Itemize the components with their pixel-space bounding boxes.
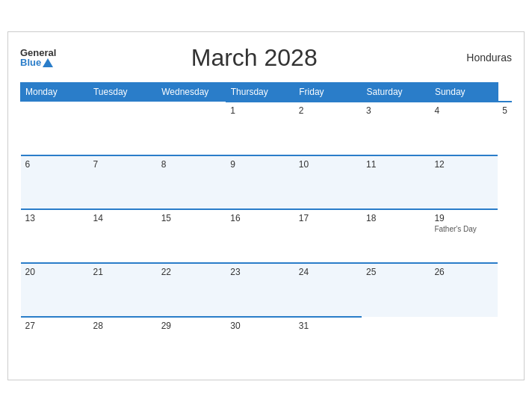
day-number: 27 [25,321,84,331]
table-row: 13 [21,209,89,263]
logo-triangle-icon [43,58,53,67]
day-number: 2 [299,105,357,116]
day-number: 24 [299,267,357,277]
table-row: 16 [226,209,294,263]
table-row: 21 [88,263,156,317]
table-row: 9 [226,155,294,209]
day-number: 26 [434,267,493,277]
table-row: 24 [294,263,362,317]
table-row: 12 [430,155,498,209]
day-number: 29 [161,321,222,331]
table-row: 29 [157,317,226,371]
table-row [430,317,498,371]
col-saturday: Saturday [362,82,430,102]
table-row: 22 [157,263,226,317]
day-number: 18 [366,213,425,223]
week-row-4: 20212223242526 [21,263,513,317]
day-number: 8 [161,159,222,170]
calendar-title: March 2028 [56,44,452,72]
day-number: 25 [366,267,425,277]
table-row: 26 [430,263,498,317]
week-row-3: 13141516171819Father's Day [21,209,513,263]
day-number: 20 [25,267,84,277]
weekday-header-row: Monday Tuesday Wednesday Thursday Friday… [21,82,513,102]
table-row: 20 [21,263,89,317]
col-sunday: Sunday [430,82,498,102]
week-row-1: 12345 [21,102,513,155]
logo-blue-text: Blue [20,58,41,67]
table-row: 8 [157,155,226,209]
table-row [21,102,89,155]
calendar-header: General Blue March 2028 Honduras [20,44,512,72]
week-row-2: 6789101112 [21,155,513,209]
col-thursday: Thursday [226,82,294,102]
table-row: 23 [226,263,294,317]
day-number: 15 [161,213,222,223]
day-number: 19 [434,213,493,223]
table-row: 7 [88,155,156,209]
day-number: 30 [230,321,290,331]
col-monday: Monday [21,82,89,102]
table-row: 5 [498,102,512,155]
day-number: 11 [366,159,425,170]
table-row: 4 [430,102,498,155]
table-row: 10 [294,155,362,209]
table-row: 27 [21,317,89,371]
table-row: 30 [226,317,294,371]
day-number: 23 [230,267,290,277]
table-row: 11 [362,155,430,209]
table-row: 19Father's Day [430,209,498,263]
table-row: 31 [294,317,362,371]
day-number: 1 [230,105,290,116]
country-label: Honduras [452,52,512,64]
table-row: 1 [226,102,294,155]
day-number: 22 [161,267,222,277]
day-number: 12 [434,159,493,170]
col-wednesday: Wednesday [157,82,226,102]
calendar-table: Monday Tuesday Wednesday Thursday Friday… [20,82,512,371]
day-number: 14 [93,213,152,223]
table-row: 18 [362,209,430,263]
table-row [157,102,226,155]
day-number: 16 [230,213,290,223]
day-number: 4 [434,105,493,116]
day-number: 17 [299,213,357,223]
table-row: 28 [88,317,156,371]
col-tuesday: Tuesday [88,82,156,102]
table-row [88,102,156,155]
day-number: 5 [502,105,507,116]
day-number: 31 [299,321,357,331]
table-row: 3 [362,102,430,155]
table-row: 6 [21,155,89,209]
event-label: Father's Day [434,225,493,233]
day-number: 28 [93,321,152,331]
day-number: 7 [93,159,152,170]
day-number: 13 [25,213,84,223]
day-number: 21 [93,267,152,277]
table-row: 15 [157,209,226,263]
table-row: 17 [294,209,362,263]
week-row-5: 2728293031 [21,317,513,371]
table-row [362,317,430,371]
calendar-container: General Blue March 2028 Honduras Monday … [7,31,525,380]
col-friday: Friday [294,82,362,102]
logo: General Blue [20,48,56,67]
table-row: 2 [294,102,362,155]
table-row: 14 [88,209,156,263]
day-number: 9 [230,159,290,170]
day-number: 6 [25,159,84,170]
table-row: 25 [362,263,430,317]
day-number: 3 [366,105,425,116]
day-number: 10 [299,159,357,170]
